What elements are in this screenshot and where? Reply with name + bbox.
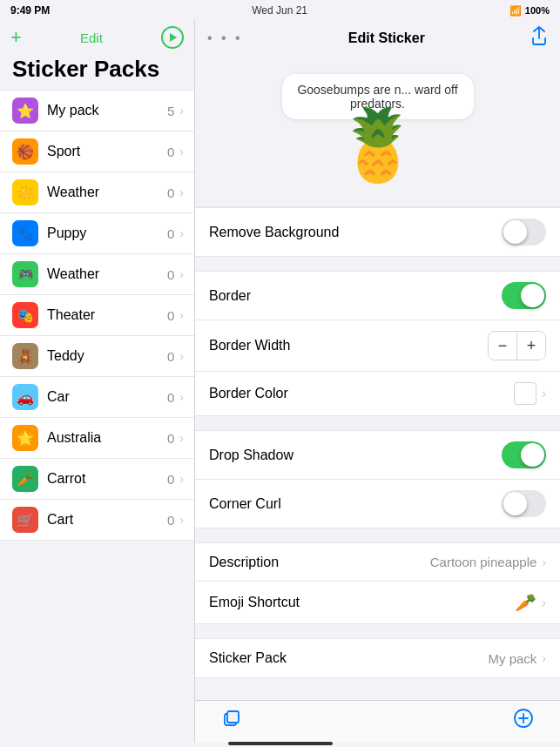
status-indicators: 📶 100% — [509, 5, 550, 17]
corner-curl-label: Corner Curl — [209, 496, 502, 512]
duplicate-icon — [221, 708, 242, 729]
toggle-thumb — [503, 220, 527, 244]
chevron-right-icon: › — [179, 472, 184, 486]
stepper-plus-button[interactable]: + — [517, 332, 545, 360]
battery-indicator: 100% — [525, 5, 550, 16]
chevron-right-icon: › — [179, 226, 184, 240]
stepper-minus-button[interactable]: − — [489, 332, 516, 360]
list-item-name: Sport — [47, 144, 167, 159]
svg-rect-2 — [227, 711, 239, 723]
list-item-icon: 🛒 — [12, 507, 38, 533]
settings-group-remove-bg: Remove Background — [195, 207, 560, 257]
home-indicator — [0, 743, 560, 747]
list-item-icon: 🧸 — [12, 343, 38, 369]
toggle-thumb — [521, 284, 544, 307]
list-item-count: 0 — [167, 267, 174, 282]
chevron-right-icon: › — [179, 308, 184, 322]
color-swatch — [514, 382, 536, 405]
settings-group-border: Border Border Width − + Border Color — [195, 271, 560, 416]
bottom-toolbar — [195, 700, 560, 743]
play-button[interactable] — [161, 26, 184, 49]
border-width-stepper[interactable]: − + — [488, 331, 546, 360]
list-item-count: 0 — [167, 431, 174, 446]
description-label: Description — [209, 555, 430, 570]
description-value: Cartoon pineapple — [430, 555, 537, 569]
detail-title: Edit Sticker — [348, 30, 425, 46]
main-layout: + Edit Sticker Packs ⭐ My pack 5 › 🏀 Spo… — [0, 19, 560, 743]
toggle-thumb — [503, 492, 527, 515]
list-item[interactable]: 🐾 Puppy 0 › — [0, 213, 194, 254]
drop-shadow-toggle[interactable] — [502, 441, 546, 468]
svg-marker-0 — [170, 33, 177, 42]
toggle-thumb — [521, 443, 544, 467]
sidebar-header: + Edit — [0, 19, 194, 54]
chevron-right-icon: › — [542, 596, 546, 609]
remove-background-row: Remove Background — [195, 208, 560, 256]
status-time: 9:49 PM — [10, 4, 50, 17]
emoji-shortcut-row[interactable]: Emoji Shortcut 🥕 › — [195, 582, 560, 623]
sticker-pack-row[interactable]: Sticker Pack My pack › — [195, 639, 560, 677]
border-row: Border — [195, 272, 560, 320]
wifi-icon: 📶 — [509, 5, 522, 17]
status-bar: 9:49 PM Wed Jun 21 📶 100% — [0, 0, 560, 19]
chevron-right-icon: › — [179, 390, 184, 404]
chevron-right-icon: › — [179, 267, 184, 281]
bottom-left-button[interactable] — [221, 708, 242, 734]
list-item-count: 0 — [167, 185, 174, 200]
list-item-count: 0 — [167, 472, 174, 487]
chevron-right-icon: › — [179, 185, 184, 199]
list-item[interactable]: 🚗 Car 0 › — [0, 377, 194, 418]
list-item-icon: 🥕 — [12, 466, 38, 492]
list-item-count: 0 — [167, 513, 174, 528]
chevron-right-icon: › — [179, 104, 184, 118]
chevron-right-icon: › — [179, 349, 184, 363]
settings-content: Remove Background Border Border Width — [195, 207, 560, 700]
list-item-count: 0 — [167, 349, 174, 364]
list-item-icon: 🐾 — [12, 220, 38, 246]
play-icon — [167, 32, 178, 43]
more-options-icon[interactable]: • • • — [207, 30, 243, 46]
settings-group-pack: Sticker Pack My pack › — [195, 638, 560, 678]
chevron-right-icon: › — [542, 555, 546, 569]
share-button[interactable] — [530, 26, 548, 50]
list-item-name: Cart — [47, 512, 167, 528]
list-item-icon: 🌟 — [12, 425, 38, 451]
list-item-name: My pack — [47, 103, 167, 118]
home-bar — [228, 742, 333, 745]
list-item-name: Carrot — [47, 471, 167, 487]
border-color-row[interactable]: Border Color › — [195, 372, 560, 415]
bottom-right-button[interactable] — [513, 708, 534, 734]
list-item-icon: 🚗 — [12, 384, 38, 410]
list-item-count: 0 — [167, 390, 174, 405]
chevron-right-icon: › — [542, 651, 546, 665]
chevron-right-icon: › — [179, 513, 184, 527]
list-item-name: Puppy — [47, 225, 167, 241]
list-item[interactable]: 🏀 Sport 0 › — [0, 131, 194, 172]
border-label: Border — [209, 288, 502, 304]
list-item[interactable]: ☀️ Weather 0 › — [0, 172, 194, 213]
list-item[interactable]: 🧸 Teddy 0 › — [0, 336, 194, 377]
remove-background-label: Remove Background — [209, 225, 502, 240]
list-item[interactable]: 🥕 Carrot 0 › — [0, 459, 194, 500]
border-width-row: Border Width − + — [195, 320, 560, 372]
corner-curl-toggle[interactable] — [502, 490, 546, 517]
border-color-label: Border Color — [209, 386, 514, 401]
emoji-shortcut-value: 🥕 — [515, 592, 536, 613]
list-item[interactable]: 🎮 Weather 0 › — [0, 254, 194, 295]
list-item-name: Weather — [47, 266, 167, 282]
border-toggle[interactable] — [502, 282, 546, 309]
sidebar-list: ⭐ My pack 5 › 🏀 Sport 0 › ☀️ Weather 0 › — [0, 90, 194, 743]
add-circle-icon — [513, 708, 534, 729]
remove-background-toggle[interactable] — [502, 219, 546, 246]
add-button[interactable]: + — [10, 28, 22, 47]
list-item[interactable]: 🛒 Cart 0 › — [0, 500, 194, 541]
edit-button[interactable]: Edit — [80, 30, 103, 45]
list-item-count: 5 — [167, 104, 174, 118]
list-item[interactable]: 🌟 Australia 0 › — [0, 418, 194, 459]
settings-group-meta: Description Cartoon pineapple › Emoji Sh… — [195, 542, 560, 624]
list-item[interactable]: 🎭 Theater 0 › — [0, 295, 194, 336]
description-row[interactable]: Description Cartoon pineapple › — [195, 543, 560, 582]
list-item[interactable]: ⭐ My pack 5 › — [0, 90, 194, 131]
list-item-name: Teddy — [47, 348, 167, 364]
sticker-pack-value: My pack — [488, 651, 536, 666]
